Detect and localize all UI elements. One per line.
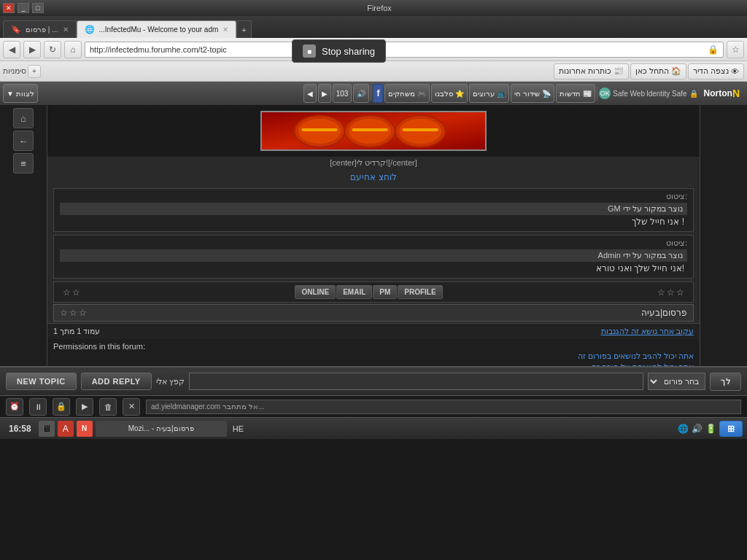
forward-btn[interactable]: ▶ [23, 41, 41, 58]
media-bar: ⏰ ⏸ 🔒 ▶ 🗑 ✕ [0, 395, 747, 417]
live-label: שידור חי [514, 90, 540, 98]
post-footer: פרסום|בעיה ☆ ☆ ☆ [53, 304, 694, 322]
toolbar-volume-btn[interactable]: 🔊 [353, 84, 369, 103]
action-buttons: ONLINE EMAIL PM PROFILE [295, 285, 442, 299]
media-clock-btn[interactable]: ⏰ [6, 398, 23, 416]
home-btn[interactable]: ⌂ [64, 41, 82, 58]
footer-star-1[interactable]: ☆ [79, 308, 87, 318]
toolbar-facebook-btn[interactable]: f [373, 84, 383, 103]
online-btn[interactable]: ONLINE [295, 285, 336, 299]
new-tab-btn[interactable]: + [236, 20, 251, 38]
status-icon-1[interactable]: 🖥 [39, 421, 55, 437]
forum-content: [center]קרדיט לי![/center] לוחצ אחיעם :צ… [47, 105, 700, 366]
tab-2-close[interactable]: ✕ [222, 26, 228, 34]
user-name-link[interactable]: לוחצ אחיעם [350, 172, 396, 182]
windows-start-btn[interactable]: ⊞ [719, 421, 743, 437]
follow-topic-link[interactable]: עקוב אחר נושא זה להגנבות [601, 327, 694, 336]
left-star-icons: ☆ ☆ ☆ [654, 287, 687, 298]
windows-icon: ⊞ [727, 424, 735, 434]
status-icon-3[interactable]: N [77, 421, 93, 437]
safe-web-label: Safe Web [613, 90, 645, 98]
celeb-icon: ⭐ [455, 90, 464, 98]
star-icon-4[interactable]: ☆ [72, 287, 80, 298]
pm-btn[interactable]: PM [373, 285, 397, 299]
user-link[interactable]: לוחצ אחיעם [47, 169, 700, 185]
media-delete-btn[interactable]: 🗑 [99, 398, 117, 416]
add-bookmark-btn[interactable]: + [28, 65, 41, 78]
dropdown-arrow-icon: ▼ [7, 90, 14, 98]
url-text: http://infectedmu.forumhe.com/t2-topic [90, 45, 227, 54]
toolbar-channels-btn[interactable]: 📺 ערוצים [469, 84, 509, 103]
toolbar-prev-btn[interactable]: ◀ [303, 84, 317, 103]
star-icon-3[interactable]: ☆ [657, 287, 665, 298]
svg-rect-9 [402, 128, 438, 131]
toolbar-news-btn[interactable]: 📰 חדשות [556, 84, 595, 103]
media-close-btn[interactable]: ✕ [123, 398, 140, 416]
add-reply-btn[interactable]: ADD REPLY [81, 373, 152, 390]
toolbar-live-btn[interactable]: 📡 שידור חי [511, 84, 554, 103]
media-url-input[interactable] [146, 400, 741, 414]
stop-sharing-icon: ■ [303, 44, 316, 58]
go-btn[interactable]: לך [710, 373, 741, 391]
back-btn[interactable]: ◀ [3, 41, 20, 58]
add-reply-label: ADD REPLY [92, 377, 141, 386]
minimize-window-btn[interactable]: _ [18, 3, 29, 13]
toolbar-dropdown-btn[interactable]: לצוות ▼ [3, 84, 38, 103]
perm-link-2[interactable]: אתה יכול להשגחת על פורם זה [592, 362, 694, 366]
permissions-row-2: אתה יכול להשגחת על פורם זה [53, 362, 694, 366]
norton-text: Norton [704, 88, 732, 98]
bottom-bar: לך בחר פורום קפץ אלי ADD REPLY NEW TOPIC [0, 366, 747, 395]
media-pause-btn[interactable]: ⏸ [29, 398, 47, 416]
go-label: לך [721, 377, 730, 386]
select-forum-dropdown[interactable]: בחר פורום [648, 373, 705, 390]
new-topic-btn[interactable]: NEW TOPIC [6, 373, 77, 390]
toolbar-games-btn[interactable]: 🎮 משחקים [384, 84, 430, 103]
volume-display: 103 [333, 84, 352, 103]
norton-n-icon: N [732, 88, 740, 99]
sidebar-menu-btn[interactable]: ≡ [13, 153, 34, 174]
identity-safe-label: Identity Safe [646, 90, 687, 98]
media-play-btn[interactable]: ▶ [76, 398, 93, 416]
quote-1-body: ! אני חייל שלך [60, 215, 687, 228]
star-icon-2[interactable]: ☆ [667, 287, 675, 298]
sidebar-back-btn[interactable]: ← [13, 131, 34, 151]
new-topic-label: NEW TOPIC [17, 377, 66, 386]
url-security-icon: 🔒 [708, 44, 719, 55]
status-bar: 16:58 🖥 A N פרסום|בעיה - ...Mozi HE 🌐 🔊 … [0, 417, 747, 439]
left-sidebar: ⌂ ← ≡ [0, 105, 47, 366]
identity-safe: 🔒 Identity Safe [646, 90, 698, 98]
reload-btn[interactable]: ↻ [44, 41, 61, 58]
star-icon-5[interactable]: ☆ [63, 287, 71, 298]
sidebar-home-btn[interactable]: ⌂ [13, 108, 34, 128]
bookmark-star-btn[interactable]: ☆ [727, 41, 744, 58]
perm-link-1[interactable]: אתה יכול להגיב לנושאים בפורום זה [578, 351, 694, 360]
footer-star-2[interactable]: ☆ [69, 308, 77, 318]
lock-icon: 🔒 [689, 90, 698, 98]
close-window-btn[interactable]: ✕ [3, 3, 15, 13]
bookmark-last-visited[interactable]: 👁 נצפה הדיר [688, 63, 744, 79]
quick-reply-input[interactable] [189, 373, 643, 390]
last-visited-icon: 👁 [731, 67, 739, 76]
footer-star-3[interactable]: ☆ [60, 308, 68, 318]
email-btn[interactable]: EMAIL [336, 285, 372, 299]
tab-1-close[interactable]: ✕ [63, 26, 69, 34]
status-icon-2[interactable]: A [58, 421, 74, 437]
browser-title: Firefox [367, 4, 392, 12]
tab-1[interactable]: 🔖 פרסום | ... ✕ [3, 20, 77, 38]
toolbar-next-btn[interactable]: ▶ [318, 84, 331, 103]
url-bar[interactable]: http://infectedmu.forumhe.com/t2-topic 🔒 [85, 42, 724, 58]
tab-bar: 🔖 פרסום | ... ✕ 🌐 ...InfectedMu - Welcom… [0, 16, 747, 38]
bookmark-start-here[interactable]: 🏠 התחל כאן [630, 63, 686, 79]
bookmark-latest-news[interactable]: 📰 כותרות אחרונות [554, 63, 629, 79]
maximize-window-btn[interactable]: □ [32, 3, 44, 13]
status-taskbar-item[interactable]: פרסום|בעיה - ...Mozi [96, 421, 227, 437]
stop-sharing-label[interactable]: Stop sharing [322, 46, 375, 57]
media-lock-btn[interactable]: 🔒 [53, 398, 70, 416]
taskbar-text: פרסום|בעיה - ...Mozi [128, 424, 194, 432]
profile-btn[interactable]: PROFILE [398, 285, 442, 299]
tab-2[interactable]: 🌐 ...InfectedMu - Welcome to your adm ✕ [77, 20, 237, 38]
safe-web: Safe Web OK [599, 88, 645, 99]
star-icon-1[interactable]: ☆ [676, 287, 684, 298]
toolbar-celeb-btn[interactable]: ⭐ סלבנו [431, 84, 468, 103]
channels-icon: 📺 [497, 90, 506, 98]
